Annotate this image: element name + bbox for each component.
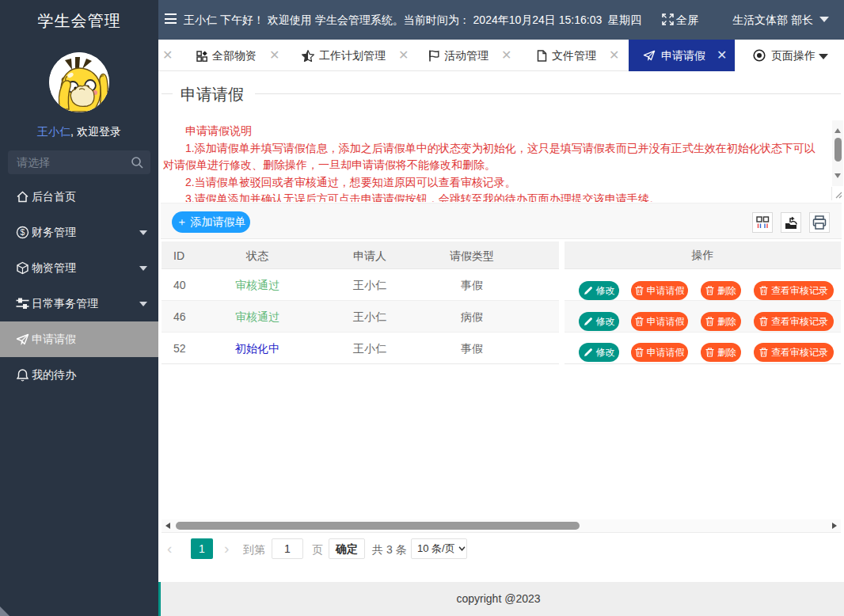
svg-text:$: $ — [21, 227, 25, 237]
